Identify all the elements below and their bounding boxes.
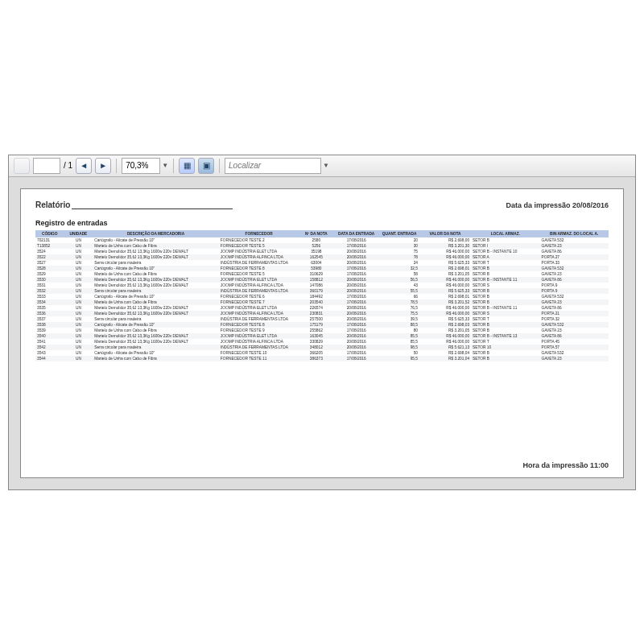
next-page-button[interactable]: ►	[95, 158, 111, 174]
cell-un: UN	[64, 333, 93, 339]
cell-val: R$ 5.625,33	[419, 288, 471, 294]
cell-forn: JOOMP INDÚSTRIA ALFINCA LTDA	[219, 283, 299, 288]
table-row: 3542UNSerra circular para madeiraINDÚSTR…	[35, 345, 609, 350]
cell-nota: 53980	[299, 266, 333, 271]
cell-nota: 203540	[299, 299, 333, 305]
cell-data: 20/08/2016	[333, 305, 379, 311]
zoom-dropdown-icon[interactable]: ▼	[162, 162, 168, 169]
table-row: 3531UNMartelo Demolidor 35,6J 13,3Kg 160…	[35, 283, 609, 288]
cell-val: R$ 46.000,00	[419, 339, 471, 345]
cell-bin: PORTA 33	[540, 260, 609, 266]
cell-nota: 2580	[299, 237, 333, 243]
cell-loc: SETOR A	[471, 254, 539, 260]
cell-loc: SETOR B	[471, 322, 539, 328]
cell-bin: PORTA 9	[540, 283, 609, 288]
cell-qty: 66	[379, 294, 419, 299]
cell-data: 17/08/2016	[333, 294, 379, 299]
cell-val: R$ 3.201,30	[419, 243, 471, 249]
cell-forn: FORNECEDOR TESTE 9	[219, 328, 299, 333]
col-header: LOCAL ARMAZ.	[471, 230, 539, 237]
cell-data: 20/08/2016	[333, 311, 379, 316]
cell-nota: 163045	[299, 333, 333, 339]
col-header: QUANT. ENTRADA	[379, 230, 419, 237]
viewer-toolbar: / 1 ◄ ► ▼ ▦ ▣ ▼	[9, 155, 635, 177]
table-row: 3530UNMartelo Demolidor 35,6J 13,3Kg 160…	[35, 277, 609, 283]
page-number-input[interactable]	[33, 158, 60, 174]
cell-un: UN	[64, 249, 93, 254]
cell-data: 20/08/2016	[333, 339, 379, 345]
cell-forn: INDÚSTRIA DE FERRAMENTAS LTDA	[219, 345, 299, 350]
cell-un: UN	[64, 345, 93, 350]
cell-val: R$ 46.000,00	[419, 333, 471, 339]
cell-bin: GAVETA 23	[540, 328, 609, 333]
cell-code: 3524	[35, 249, 64, 254]
cell-bin: GAVETA 23	[540, 243, 609, 249]
cell-bin: PORTA 57	[540, 345, 609, 350]
cell-qty: 95,5	[379, 356, 419, 361]
cell-nota: 63004	[299, 260, 333, 266]
cell-un: UN	[64, 305, 93, 311]
table-row: 3538UNCartógrafo - Alicate de Pressão 10…	[35, 322, 609, 328]
cell-forn: FORNECEDOR TESTE 5	[219, 271, 299, 277]
first-page-button[interactable]	[14, 158, 30, 174]
cell-forn: JOOMP INDÚSTRIA ELET LTDA	[219, 333, 299, 339]
cell-forn: INDÚSTRIA DE FERRAMENTAS LTDA	[219, 288, 299, 294]
cell-bin: GAVETA 532	[540, 322, 609, 328]
cell-bin: GAVETA 532	[540, 237, 609, 243]
cell-data: 20/08/2016	[333, 254, 379, 260]
print-date: Data da impressão 20/08/2016	[506, 201, 609, 209]
cell-data: 20/08/2016	[333, 333, 379, 339]
table-row: 3543UNCartógrafo - Alicate de Pressão 10…	[35, 350, 609, 356]
cell-qty: 32,5	[379, 266, 419, 271]
cell-qty: 43	[379, 283, 419, 288]
cell-loc: SETOR T	[471, 316, 539, 322]
table-row: 3535UNMartelo Demolidor 35,6J 13,3Kg 160…	[35, 305, 609, 311]
cell-qty: 20	[379, 237, 419, 243]
cell-nota: 175179	[299, 322, 333, 328]
zoom-input[interactable]	[122, 158, 160, 174]
cell-loc: SETOR B	[471, 237, 539, 243]
cell-loc: SETOR 10	[471, 345, 539, 350]
cell-desc: Cartógrafo - Alicate de Pressão 10"	[93, 266, 219, 271]
cell-qty: 98,5	[379, 345, 419, 350]
cell-nota: 5256	[299, 243, 333, 249]
cell-nota: 348012	[299, 345, 333, 350]
cell-desc: Martelo de Unha com Cabo de Fibra	[93, 299, 219, 305]
cell-code: 3537	[35, 316, 64, 322]
cell-bin: GAVETA 86	[540, 249, 609, 254]
cell-qty: 75,5	[379, 311, 419, 316]
table-header-row: CÓDIGOUNIDADEDESCRIÇÃO DA MERCADORIAFORN…	[35, 230, 609, 237]
cell-nota: 330829	[299, 339, 333, 345]
cell-code: 3531	[35, 283, 64, 288]
cell-desc: Martelo Demolidor 35,6J 13,3Kg 1600w 220…	[93, 333, 219, 339]
prev-page-button[interactable]: ◄	[76, 158, 92, 174]
cell-nota: 162545	[299, 254, 333, 260]
fit-page-button[interactable]: ▣	[198, 158, 214, 174]
cell-nota: 360179	[299, 288, 333, 294]
cell-loc: SETOR T	[471, 339, 539, 345]
search-dropdown-icon[interactable]: ▼	[323, 162, 329, 169]
cell-qty: 30	[379, 243, 419, 249]
cell-forn: FORNECEDOR TESTE 10	[219, 350, 299, 356]
cell-desc: Martelo de Unha com Cabo de Fibra	[93, 243, 219, 249]
cell-val: R$ 46.000,00	[419, 311, 471, 316]
cell-val: R$ 5.621,13	[419, 345, 471, 350]
cell-code: 3532	[35, 288, 64, 294]
cell-forn: FORNECEDOR TESTE 5	[219, 243, 299, 249]
cell-code: 3535	[35, 305, 64, 311]
cell-val: R$ 2.698,03	[419, 322, 471, 328]
cell-qty: 55,5	[379, 288, 419, 294]
cell-code: 3540	[35, 333, 64, 339]
save-button[interactable]: ▦	[179, 158, 195, 174]
cell-data: 17/08/2016	[333, 237, 379, 243]
print-time: Hora da impressão 11:00	[522, 461, 609, 469]
cell-desc: Cartógrafo - Alicate de Pressão 10"	[93, 237, 219, 243]
report-viewer: / 1 ◄ ► ▼ ▦ ▣ ▼ Relatório Data da impres…	[8, 155, 636, 490]
col-header: DESCRIÇÃO DA MERCADORIA	[93, 230, 219, 237]
cell-un: UN	[64, 316, 93, 322]
col-header: Nº DA NOTA	[299, 230, 333, 237]
cell-loc: SETOR B - INSTANTE 11	[471, 305, 539, 311]
cell-val: R$ 2.698,04	[419, 350, 471, 356]
cell-desc: Martelo Demolidor 35,6J 13,3Kg 1600w 220…	[93, 254, 219, 260]
search-input[interactable]	[225, 158, 321, 174]
